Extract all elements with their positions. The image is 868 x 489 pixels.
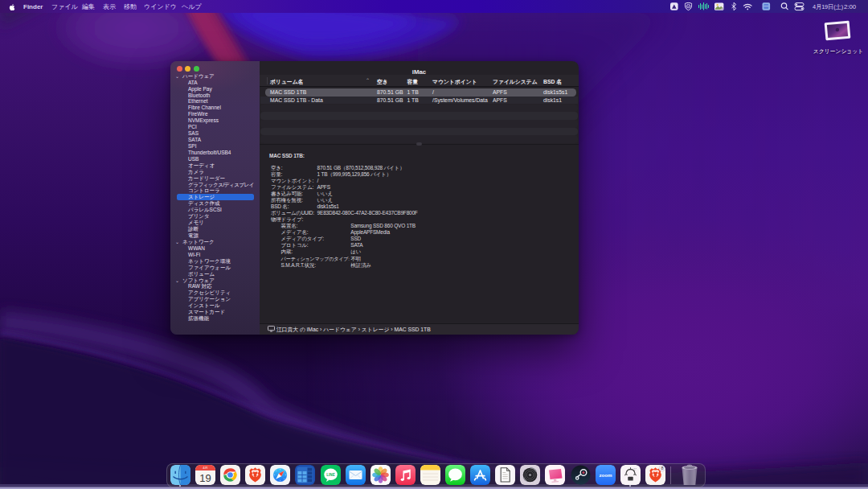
svg-text:zoom: zoom [599, 472, 612, 478]
svg-text:4月: 4月 [203, 466, 208, 470]
svg-text:8: 8 [661, 466, 663, 471]
svg-text:19: 19 [199, 472, 211, 484]
svg-text:LINE: LINE [326, 473, 334, 477]
